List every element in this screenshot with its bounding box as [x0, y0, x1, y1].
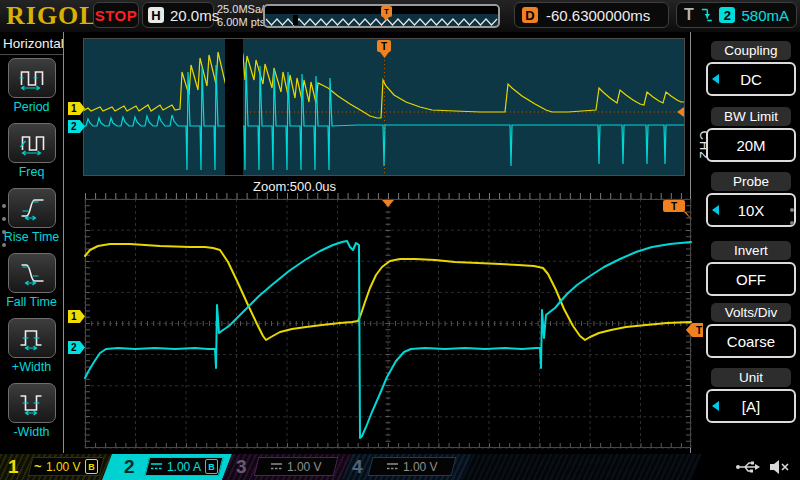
channel-1-scale-box[interactable]: ~1.00 VB	[28, 457, 105, 476]
menu-item-volts-div[interactable]: Volts/DivCoarse	[704, 303, 798, 358]
channel-3-scale-box[interactable]: 1.00 V	[254, 457, 339, 476]
dc-coupling-icon	[150, 462, 163, 471]
menu-item-value[interactable]: [A]	[706, 389, 796, 423]
dc-coupling-icon	[270, 462, 283, 471]
period-icon	[18, 65, 46, 91]
channel-4-scale-box[interactable]: 1.00 V	[368, 457, 457, 476]
run-state-button[interactable]: STOP	[93, 2, 139, 28]
trigger-position-marker[interactable]: T	[381, 6, 392, 17]
top-bar: RIGOL STOP H 20.0ms 25.0MSa/s 6.00M pts …	[0, 0, 800, 32]
horizontal-badge: H	[148, 7, 164, 23]
trigger-level-value: 580mA	[741, 7, 789, 24]
channel-2-scale-box[interactable]: 1.00 AB	[145, 457, 224, 476]
left-menu-item-fall-time[interactable]: Fall Time	[0, 253, 63, 309]
menu-item-title: BW Limit	[711, 107, 791, 126]
menu-item-title: Volts/Div	[711, 303, 791, 322]
left-menu-item-label: -Width	[0, 425, 63, 439]
horizontal-timebase-box[interactable]: H 20.0ms	[142, 2, 214, 28]
svg-text:T: T	[381, 41, 387, 52]
falling-edge-icon	[700, 6, 714, 24]
channel-3-segment[interactable]: 31.00 V	[222, 454, 352, 480]
period-button[interactable]	[8, 58, 56, 98]
menu-item-value[interactable]: DC	[706, 62, 796, 96]
channel-4-scale: 1.00 V	[403, 460, 438, 474]
menu-item-invert[interactable]: InvertOFF	[704, 241, 798, 296]
menu-item-title: Invert	[711, 241, 791, 260]
trigger-badge: T	[684, 6, 694, 24]
channel-2-segment[interactable]: 21.00 AB	[102, 454, 232, 480]
channel-2-number: 2	[124, 456, 135, 478]
usb-icon	[735, 459, 761, 474]
menu-item-value[interactable]: 20M	[706, 128, 796, 162]
svg-text:T: T	[696, 325, 702, 336]
left-menu-item-label: Period	[0, 100, 63, 114]
rise-time-button[interactable]	[8, 188, 56, 228]
left-separator	[63, 32, 64, 453]
menu-item-value[interactable]: OFF	[706, 262, 796, 296]
menu-item-title: Probe	[711, 172, 791, 191]
zoom-scale-label: Zoom:500.0us	[253, 179, 336, 194]
select-arrow-icon	[712, 74, 719, 84]
width-button[interactable]	[8, 383, 56, 423]
channel-3-number: 3	[236, 456, 247, 478]
menu-item-unit[interactable]: Unit[A]	[704, 368, 798, 423]
sample-rate: 25.0MSa/s	[217, 3, 270, 16]
horizontal-menu: Horizontal PeriodFreqRise TimeFall Time+…	[0, 32, 63, 455]
ac-coupling-icon: ~	[34, 462, 42, 472]
oscilloscope-screen: RIGOL STOP H 20.0ms 25.0MSa/s 6.00M pts …	[0, 0, 800, 480]
bw-limit-icon: B	[85, 459, 98, 474]
menu-value-text: 20M	[736, 137, 765, 154]
menu-item-probe[interactable]: Probe10X	[704, 172, 798, 227]
memory-depth: 6.00M pts	[217, 16, 270, 29]
left-menu-item-freq[interactable]: Freq	[0, 123, 63, 179]
rigol-logo: RIGOL	[6, 1, 98, 31]
delay-badge: D	[522, 7, 538, 23]
delay-value: -60.6300000ms	[546, 7, 650, 24]
freq-button[interactable]	[8, 123, 56, 163]
select-arrow-icon	[712, 401, 719, 411]
menu-value-text: 10X	[738, 202, 765, 219]
delay-box[interactable]: D -60.6300000ms	[514, 2, 669, 28]
menu-item-bw-limit[interactable]: BW Limit20M	[704, 107, 798, 162]
menu-item-value[interactable]: 10X	[706, 193, 796, 227]
zoom-window-marker[interactable]	[293, 15, 298, 25]
menu-item-title: Coupling	[711, 41, 791, 60]
select-arrow-icon	[712, 205, 719, 215]
zoom-plot: TT	[83, 193, 703, 451]
fall-time-icon	[18, 260, 46, 286]
menu-item-title: Unit	[711, 368, 791, 387]
acquisition-info: 25.0MSa/s 6.00M pts	[217, 3, 270, 29]
menu-value-text: Coarse	[727, 333, 775, 350]
menu-value-text: DC	[740, 71, 762, 88]
left-menu-item-rise-time[interactable]: Rise Time	[0, 188, 63, 244]
bw-limit-icon: B	[205, 459, 218, 474]
channel-4-segment[interactable]: 41.00 V	[342, 454, 472, 480]
status-icons	[735, 459, 791, 475]
trigger-box[interactable]: T 2 580mA	[676, 2, 797, 28]
left-menu-item-width[interactable]: -Width	[0, 383, 63, 439]
minus-width-icon	[18, 390, 46, 416]
fall-time-button[interactable]	[8, 253, 56, 293]
speaker-muted-icon[interactable]	[769, 459, 791, 475]
svg-text:T: T	[671, 201, 677, 212]
channel-4-number: 4	[352, 456, 363, 478]
menu-value-text: [A]	[742, 398, 760, 415]
channel-bar-filler	[462, 454, 702, 480]
channel-3-scale: 1.00 V	[287, 460, 322, 474]
left-menu-title: Horizontal	[0, 32, 63, 55]
left-menu-item-period[interactable]: Period	[0, 58, 63, 114]
channel-1-number: 1	[8, 456, 19, 478]
freq-icon	[18, 130, 46, 156]
menu-item-value[interactable]: Coarse	[706, 324, 796, 358]
trigger-source-badge: 2	[719, 7, 735, 23]
left-menu-item-width[interactable]: +Width	[0, 318, 63, 374]
left-pager-dots	[2, 204, 6, 247]
left-menu-item-label: Freq	[0, 165, 63, 179]
right-pager-dots	[790, 208, 794, 225]
channel-1-segment[interactable]: 1~1.00 VB	[0, 454, 112, 480]
width-button[interactable]	[8, 318, 56, 358]
left-menu-item-label: Fall Time	[0, 295, 63, 309]
waveform-preview-bar[interactable]: T	[263, 4, 500, 28]
menu-item-coupling[interactable]: CouplingDC	[704, 41, 798, 96]
timebase-value: 20.0ms	[170, 7, 219, 24]
